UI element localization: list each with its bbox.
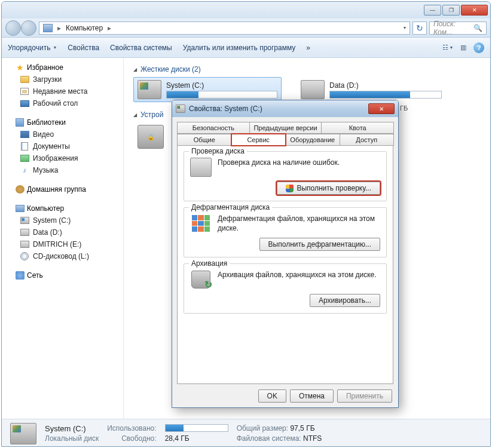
button-label: Выполнить проверку... (297, 184, 371, 192)
tab-previous-versions[interactable]: Предыдущие версии (249, 122, 322, 134)
status-free-label: Свободно: (107, 434, 156, 443)
sidebar-item-drive-e[interactable]: DMITRICH (E:) (7, 238, 121, 250)
star-icon: ★ (15, 63, 25, 72)
sidebar-item-pictures[interactable]: Изображения (7, 152, 121, 164)
preview-pane-button[interactable]: ▥ (458, 43, 469, 53)
uninstall-menu[interactable]: Удалить или изменить программу (183, 44, 296, 52)
sidebar-label: System (C:) (33, 216, 71, 225)
drive-name: Data (D:) (329, 81, 442, 90)
drive-capacity-bar (166, 91, 277, 99)
libraries-head[interactable]: Библиотеки (7, 116, 121, 128)
homegroup-head[interactable]: Домашняя группа (7, 183, 121, 195)
drive-icon (20, 217, 29, 224)
sidebar-label: Data (D:) (33, 228, 62, 237)
properties-dialog: Свойства: System (C:) ✕ Безопасность Пре… (172, 100, 399, 408)
search-input[interactable]: Поиск: Ком... 🔍 (429, 22, 487, 35)
tab-quota[interactable]: Квота (321, 122, 394, 134)
back-button[interactable] (5, 20, 21, 36)
drives-row: System (C:) Data (D:) (133, 77, 481, 102)
organize-menu[interactable]: Упорядочить▼ (8, 44, 57, 52)
check-disk-button[interactable]: Выполнить проверку... (277, 182, 380, 195)
status-total-value: 97,5 ГБ (290, 424, 314, 432)
sidebar-item-documents[interactable]: Документы (7, 140, 121, 152)
breadcrumb-item[interactable]: Компьютер (66, 24, 103, 32)
favorites-head[interactable]: ★Избранное (7, 62, 121, 73)
window-controls: — ❐ ✕ (424, 5, 488, 16)
status-fs-value: NTFS (303, 434, 322, 443)
video-icon (20, 131, 29, 138)
group-desc: Архивация файлов, хранящихся на этом дис… (218, 270, 380, 280)
properties-menu[interactable]: Свойства (68, 44, 99, 52)
status-used-label: Использовано: (107, 424, 156, 433)
toolbar-more[interactable]: » (306, 44, 310, 52)
library-icon (16, 118, 24, 127)
close-button[interactable]: ✕ (461, 5, 488, 16)
sidebar-item-downloads[interactable]: Загрузки (7, 73, 121, 85)
ok-button[interactable]: OK (258, 389, 286, 403)
group-desc: Дефрагментация файлов, хранящихся на это… (218, 214, 380, 233)
window-titlebar: — ❐ ✕ (2, 2, 490, 19)
device-icon: 🔒 (137, 125, 164, 149)
forward-button[interactable] (21, 20, 36, 36)
sidebar-item-videos[interactable]: Видео (7, 128, 121, 140)
sidebar-item-recent[interactable]: Недавние места (7, 85, 121, 97)
sidebar-item-cd[interactable]: CD-дисковод (L:) (7, 250, 121, 262)
defrag-button[interactable]: Выполнить дефрагментацию... (259, 238, 380, 251)
dialog-buttons: OK Отмена Применить (258, 389, 392, 403)
recent-icon (20, 88, 29, 95)
maximize-button[interactable]: ❐ (442, 5, 460, 16)
refresh-button[interactable]: ↻ (412, 22, 427, 35)
cancel-button[interactable]: Отмена (290, 389, 334, 403)
libraries-group: Библиотеки Видео Документы Изображения ♪… (7, 116, 121, 176)
collapse-icon: ◢ (133, 112, 137, 118)
device-item[interactable]: 🔒 (133, 125, 168, 149)
cutoff-text: ГБ (400, 105, 408, 112)
sidebar-label: DMITRICH (E:) (33, 240, 81, 248)
status-drive-type: Локальный диск (45, 434, 99, 443)
drive-icon (301, 80, 325, 99)
desktop-icon (20, 100, 29, 107)
sidebar-item-music[interactable]: ♪Музыка (7, 164, 121, 176)
tab-general[interactable]: Общие (177, 134, 232, 146)
drive-name: System (C:) (166, 81, 277, 90)
chevron-down-icon: ▼ (53, 45, 57, 50)
navigation-pane: ★Избранное Загрузки Недавние места Рабоч… (2, 58, 124, 419)
favorites-label: Избранное (27, 63, 63, 72)
libraries-label: Библиотеки (27, 118, 66, 127)
minimize-button[interactable]: — (424, 5, 441, 16)
sidebar-label: Загрузки (33, 75, 62, 84)
dialog-titlebar[interactable]: Свойства: System (C:) ✕ (172, 100, 398, 117)
apply-button[interactable]: Применить (337, 389, 392, 403)
hdd-section-header[interactable]: ◢Жесткие диски (2) (133, 63, 481, 77)
music-icon: ♪ (20, 165, 29, 175)
help-icon[interactable]: ? (473, 42, 484, 53)
system-properties-menu[interactable]: Свойства системы (110, 44, 172, 52)
sidebar-label: Изображения (33, 154, 78, 162)
group-legend: Архивация (189, 259, 230, 268)
view-options-button[interactable]: ☷▼ (442, 43, 453, 53)
backup-group: Архивация Архивация файлов, хранящихся н… (184, 263, 387, 314)
backup-button[interactable]: Архивировать... (310, 294, 380, 307)
sidebar-item-desktop[interactable]: Рабочий стол (7, 97, 121, 109)
sidebar-item-drive-c[interactable]: System (C:) (7, 214, 121, 226)
tab-security[interactable]: Безопасность (177, 122, 250, 134)
tab-tools[interactable]: Сервис (231, 134, 286, 146)
dialog-close-button[interactable]: ✕ (368, 103, 395, 114)
breadcrumb-sep: ▸ (57, 24, 61, 32)
sidebar-item-drive-d[interactable]: Data (D:) (7, 226, 121, 238)
status-free-value: 28,4 ГБ (165, 434, 228, 443)
dialog-tabs: Безопасность Предыдущие версии Квота Общ… (177, 122, 393, 146)
drive-card-d[interactable]: Data (D:) (297, 77, 445, 102)
homegroup-label: Домашняя группа (27, 185, 86, 194)
tab-hardware[interactable]: Оборудование (285, 134, 340, 146)
drive-card-c[interactable]: System (C:) (133, 77, 282, 102)
homegroup-group: Домашняя группа (7, 183, 121, 195)
address-dropdown-icon[interactable]: ▾ (404, 25, 406, 30)
address-field[interactable]: ▸ Компьютер ▸ ▾ (39, 22, 410, 35)
network-label: Сеть (27, 271, 43, 280)
computer-head[interactable]: Компьютер (7, 202, 121, 214)
tab-sharing[interactable]: Доступ (340, 134, 395, 146)
sidebar-label: Документы (33, 142, 70, 151)
network-head[interactable]: Сеть (7, 269, 121, 281)
group-desc: Проверка диска на наличие ошибок. (218, 158, 380, 167)
